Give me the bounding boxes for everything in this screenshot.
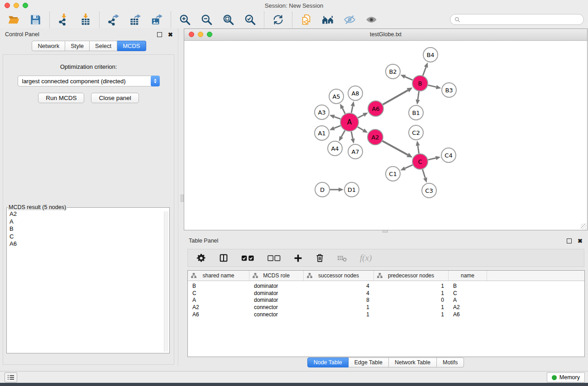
- close-panel-button[interactable]: Close panel: [91, 93, 139, 103]
- graph-node-A7[interactable]: A7: [348, 144, 363, 159]
- graph-edge[interactable]: [358, 127, 363, 131]
- tab-edge-table[interactable]: Edge Table: [349, 357, 389, 367]
- graph-node-A2[interactable]: A2: [368, 129, 383, 145]
- float-table-panel-icon[interactable]: [567, 238, 572, 243]
- result-scrollbar[interactable]: [164, 211, 168, 352]
- zoom-window-button[interactable]: [23, 3, 28, 8]
- close-table-panel-icon[interactable]: ✖: [578, 238, 583, 244]
- graph-node-A4[interactable]: A4: [328, 141, 342, 156]
- graph-node-D1[interactable]: D1: [344, 182, 359, 197]
- graph-node-B1[interactable]: B1: [409, 105, 423, 120]
- graph-edge[interactable]: [351, 132, 353, 139]
- graph-node-D[interactable]: D: [315, 182, 330, 197]
- graph-edge[interactable]: [334, 126, 341, 129]
- zoom-out-icon[interactable]: [201, 14, 213, 26]
- zoom-fit-icon[interactable]: [222, 14, 234, 26]
- graph-node-C[interactable]: C: [412, 154, 428, 169]
- mcds-result-item[interactable]: A6: [7, 240, 169, 248]
- graph-edge[interactable]: [342, 108, 345, 114]
- delete-entry-icon[interactable]: [315, 253, 325, 263]
- network-minimize-button[interactable]: [198, 32, 203, 37]
- select-all-icon[interactable]: [241, 254, 255, 262]
- column-header-MCDS-role[interactable]: MCDS role: [249, 271, 304, 281]
- graph-node-A3[interactable]: A3: [315, 105, 329, 119]
- mcds-result-item[interactable]: C: [7, 233, 169, 241]
- hide-unhide-panels-icon[interactable]: [344, 14, 356, 26]
- graph-node-B2[interactable]: B2: [386, 64, 400, 79]
- minimize-window-button[interactable]: [14, 3, 19, 8]
- graph-node-B3[interactable]: B3: [442, 83, 456, 97]
- graph-edge[interactable]: [358, 115, 364, 118]
- tab-select[interactable]: Select: [90, 41, 117, 51]
- graph-edge[interactable]: [382, 141, 408, 155]
- open-file-icon[interactable]: [8, 14, 20, 26]
- tab-network-table[interactable]: Network Table: [389, 357, 437, 367]
- tab-node-table[interactable]: Node Table: [307, 357, 349, 367]
- network-graph-canvas[interactable]: B4B2BB3A8A5A6A3B1AA1C2A2A4A7C4CC1C3DD1: [184, 41, 587, 230]
- export-network-icon[interactable]: [107, 14, 120, 26]
- mcds-result-item[interactable]: A2: [7, 210, 169, 218]
- tab-mcds[interactable]: MCDS: [117, 41, 146, 51]
- graph-edge[interactable]: [405, 165, 412, 168]
- import-table-icon[interactable]: [79, 14, 91, 26]
- add-entry-icon[interactable]: [293, 253, 303, 263]
- graph-node-A6[interactable]: A6: [368, 101, 383, 116]
- graph-node-A5[interactable]: A5: [329, 89, 344, 104]
- graph-edge[interactable]: [383, 90, 408, 105]
- graph-node-C3[interactable]: C3: [422, 183, 436, 198]
- close-window-button[interactable]: [5, 3, 10, 8]
- export-table-icon[interactable]: [129, 14, 141, 26]
- search-input[interactable]: [463, 16, 579, 23]
- table-row[interactable]: Cdominator41C: [188, 290, 584, 297]
- column-layout-icon[interactable]: [219, 253, 229, 263]
- export-image-icon[interactable]: [151, 14, 163, 26]
- network-zoom-button[interactable]: [207, 32, 212, 37]
- float-panel-icon[interactable]: [157, 32, 162, 37]
- task-history-button[interactable]: [5, 372, 17, 382]
- show-graphics-details-icon[interactable]: [365, 14, 378, 26]
- graph-edge[interactable]: [351, 106, 353, 113]
- table-row[interactable]: A6connector11A6: [188, 311, 584, 318]
- window-resize-grip[interactable]: [581, 224, 587, 229]
- table-settings-icon[interactable]: [196, 253, 206, 263]
- zoom-in-icon[interactable]: [179, 14, 191, 26]
- graph-edge[interactable]: [428, 85, 436, 87]
- criterion-select[interactable]: largest connected component (directed): [18, 76, 160, 86]
- graph-edge[interactable]: [418, 146, 419, 154]
- graph-node-A1[interactable]: A1: [315, 126, 329, 140]
- save-session-icon[interactable]: [29, 14, 42, 26]
- zoom-selected-icon[interactable]: [244, 14, 256, 26]
- graph-node-C2[interactable]: C2: [409, 125, 423, 140]
- table-row[interactable]: Adominator80A: [188, 297, 584, 304]
- table-row[interactable]: Bdominator41B: [188, 282, 584, 290]
- graph-node-A[interactable]: A: [340, 113, 359, 131]
- tab-style[interactable]: Style: [65, 41, 90, 51]
- column-header-filler[interactable]: [487, 271, 584, 281]
- tab-network[interactable]: Network: [32, 41, 65, 51]
- search-field[interactable]: [450, 14, 584, 25]
- deselect-all-icon[interactable]: [267, 254, 281, 262]
- column-header-predecessor-nodes[interactable]: predecessor nodes: [374, 271, 449, 281]
- graph-node-A8[interactable]: A8: [348, 86, 363, 100]
- graph-edge[interactable]: [341, 130, 345, 137]
- column-header-successor-nodes[interactable]: successor nodes: [304, 271, 374, 281]
- table-row[interactable]: A2connector11A2: [188, 304, 584, 311]
- close-panel-icon[interactable]: ✖: [168, 32, 173, 38]
- memory-button[interactable]: Memory: [547, 372, 585, 382]
- graph-node-C4[interactable]: C4: [441, 148, 456, 162]
- graph-node-C1[interactable]: C1: [386, 167, 400, 181]
- refresh-layout-icon[interactable]: [272, 14, 284, 26]
- graph-edge[interactable]: [418, 91, 419, 100]
- show-all-networks-icon[interactable]: [322, 14, 334, 26]
- graph-node-B4[interactable]: B4: [423, 48, 438, 62]
- column-header-shared-name[interactable]: shared name: [188, 271, 249, 281]
- graph-edge[interactable]: [428, 158, 436, 160]
- graph-edge[interactable]: [422, 169, 425, 178]
- graph-edge[interactable]: [405, 77, 413, 80]
- graph-node-B[interactable]: B: [412, 76, 428, 91]
- network-close-button[interactable]: [189, 32, 194, 37]
- panel-splitter-grip[interactable]: [181, 195, 184, 202]
- graph-edge[interactable]: [334, 117, 340, 119]
- mcds-result-item[interactable]: B: [7, 225, 169, 233]
- column-header-name[interactable]: name: [449, 271, 487, 281]
